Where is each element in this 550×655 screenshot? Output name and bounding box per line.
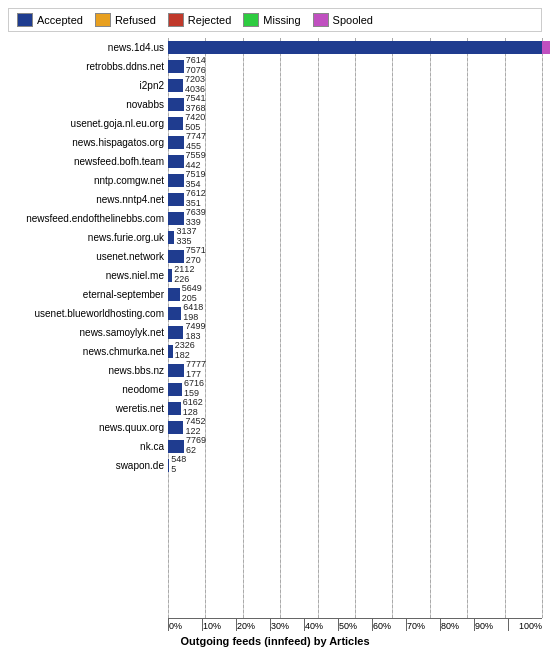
bar-and-values: 7639339 (168, 208, 542, 228)
bar-segment-accepted (168, 41, 542, 54)
bar-and-values: 2112226 (168, 265, 542, 285)
bar-and-values: 6716159 (168, 379, 542, 399)
row-label: novabbs (8, 99, 168, 110)
bar-segment-accepted (168, 459, 169, 472)
bar-segment-accepted (168, 345, 173, 358)
bar-segment-accepted (168, 136, 184, 149)
bar-value-2: 5 (171, 465, 186, 475)
bar-and-values: 7452122 (168, 417, 542, 437)
bar-segment-accepted (168, 421, 183, 434)
bar-segment-accepted (168, 155, 184, 168)
bar-row: i2pn272034036 (8, 76, 542, 94)
bar-group (168, 364, 184, 377)
bar-and-values: 6162128 (168, 398, 542, 418)
bar-values: 7612351 (186, 189, 206, 209)
bar-group (168, 117, 183, 130)
bar-and-values: 75413768 (168, 94, 542, 114)
bar-values: 776962 (186, 436, 206, 456)
bar-and-values: 7519354 (168, 170, 542, 190)
bar-row: news.hispagatos.org7747455 (8, 133, 542, 151)
bar-row: usenet.goja.nl.eu.org7420505 (8, 114, 542, 132)
bar-row: newsfeed.bofh.team7559442 (8, 152, 542, 170)
row-label: news.samoylyk.net (8, 327, 168, 338)
bar-row: news.quux.org7452122 (8, 418, 542, 436)
row-label: nk.ca (8, 441, 168, 452)
bar-and-values: 7777177 (168, 360, 542, 380)
bar-row: neodome6716159 (8, 380, 542, 398)
x-tick: 100% (508, 619, 542, 631)
bar-segment-accepted (168, 307, 181, 320)
bar-row: novabbs75413768 (8, 95, 542, 113)
x-tick: 50% (338, 619, 372, 631)
legend-label-spooled: Spooled (333, 14, 373, 26)
x-tick: 80% (440, 619, 474, 631)
legend: Accepted Refused Rejected Missing Spoole… (8, 8, 542, 32)
bar-row: news.nntp4.net7612351 (8, 190, 542, 208)
bar-row: usenet.network7571270 (8, 247, 542, 265)
row-label: neodome (8, 384, 168, 395)
bar-segment-accepted (168, 117, 183, 130)
bar-segment-accepted (168, 383, 182, 396)
bar-and-values: 72034036 (168, 75, 542, 95)
bar-segment-accepted (168, 60, 184, 73)
bar-group (168, 345, 173, 358)
bar-values: 7452122 (185, 417, 205, 437)
row-label: i2pn2 (8, 80, 168, 91)
bar-group (168, 98, 184, 111)
row-label: retrobbs.ddns.net (8, 61, 168, 72)
bar-group (168, 288, 180, 301)
bar-values: 72034036 (185, 75, 205, 95)
bar-and-values: 7420505 (168, 113, 542, 133)
bar-and-values: 7571270 (168, 246, 542, 266)
bar-group (168, 307, 181, 320)
bar-and-values: 18094431690 (168, 37, 550, 57)
row-label: usenet.goja.nl.eu.org (8, 118, 168, 129)
bar-segment-accepted (168, 174, 184, 187)
bar-and-values: 7612351 (168, 189, 542, 209)
bar-row: nk.ca776962 (8, 437, 542, 455)
bar-group (168, 269, 172, 282)
chart-title: Outgoing feeds (innfeed) by Articles (8, 635, 542, 647)
bar-group (168, 212, 184, 225)
bar-segment-spooled (542, 41, 550, 54)
row-label: weretis.net (8, 403, 168, 414)
bar-segment-accepted (168, 231, 174, 244)
legend-color-accepted (17, 13, 33, 27)
bar-row: news.furie.org.uk3137335 (8, 228, 542, 246)
x-tick: 0% (168, 619, 202, 631)
bar-segment-accepted (168, 193, 184, 206)
legend-color-spooled (313, 13, 329, 27)
bar-row: news.samoylyk.net7499183 (8, 323, 542, 341)
bar-values: 6716159 (184, 379, 204, 399)
bar-group (168, 79, 183, 92)
bar-values: 7777177 (186, 360, 206, 380)
bar-group (168, 250, 184, 263)
bar-segment-accepted (168, 212, 184, 225)
legend-label-missing: Missing (263, 14, 300, 26)
bar-segment-accepted (168, 440, 184, 453)
bar-segment-accepted (168, 269, 172, 282)
bar-values: 5649205 (182, 284, 202, 304)
bar-group (168, 383, 182, 396)
bar-group (168, 60, 184, 73)
legend-color-refused (95, 13, 111, 27)
legend-item-missing: Missing (243, 13, 300, 27)
row-label: eternal-september (8, 289, 168, 300)
bar-row: news.1d4.us18094431690 (8, 38, 542, 56)
row-label: news.1d4.us (8, 42, 168, 53)
chart-container: Accepted Refused Rejected Missing Spoole… (0, 0, 550, 655)
chart-area: news.1d4.us18094431690retrobbs.ddns.net7… (8, 38, 542, 647)
bar-row: nntp.comgw.net7519354 (8, 171, 542, 189)
bar-values: 7747455 (186, 132, 206, 152)
bar-group (168, 421, 183, 434)
bar-group (168, 459, 169, 472)
bar-group (168, 174, 184, 187)
bar-group (168, 326, 183, 339)
bar-values: 7420505 (185, 113, 205, 133)
legend-item-rejected: Rejected (168, 13, 231, 27)
bar-values: 7559442 (186, 151, 206, 171)
x-tick: 20% (236, 619, 270, 631)
bar-values: 75413768 (186, 94, 206, 114)
legend-label-rejected: Rejected (188, 14, 231, 26)
bar-segment-accepted (168, 326, 183, 339)
